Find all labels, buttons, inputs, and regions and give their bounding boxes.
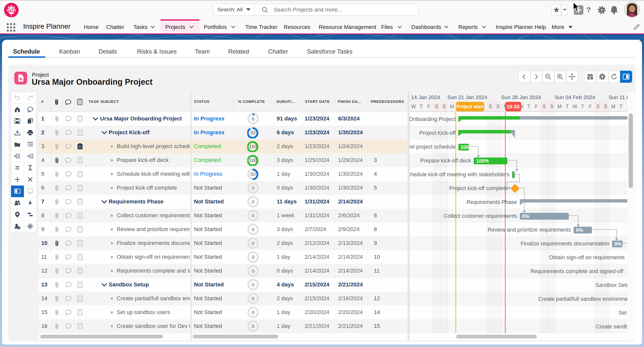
svg-text:0%: 0% <box>614 241 622 247</box>
svg-text:Requirements complete and sign: Requirements complete and signed-off <box>531 268 623 274</box>
svg-text:Sandbox Setup: Sandbox Setup <box>595 282 627 288</box>
svg-text:Obtain sign-off on requirement: Obtain sign-off on requirements <box>549 254 625 260</box>
svg-text:Schedule kick-off meeting with: Schedule kick-off meeting with stakehold… <box>410 171 509 177</box>
svg-text:0%: 0% <box>522 213 529 219</box>
svg-text:Project Kick-off: Project Kick-off <box>419 130 456 136</box>
svg-text:Prepare kick-off deck: Prepare kick-off deck <box>420 157 471 163</box>
svg-text:Finalize requirements document: Finalize requirements documentation <box>520 240 609 246</box>
svg-text:Ursa Major Onboarding Project: Ursa Major Onboarding Project <box>410 116 456 122</box>
svg-text:Requirements Phase: Requirements Phase <box>467 199 517 205</box>
svg-text:0%: 0% <box>576 227 583 233</box>
svg-text:Set up sandbox users: Set up sandbox users <box>618 310 627 316</box>
svg-text:Review and prioritize requirem: Review and prioritize requirements <box>488 227 571 233</box>
svg-text:Create sandbox user for Dev te: Create sandbox user for Dev team <box>596 323 627 329</box>
svg-text:Create partial/full sandbox en: Create partial/full sandbox environment <box>538 296 627 302</box>
svg-text:Project kick-off complete: Project kick-off complete <box>449 185 508 191</box>
svg-text:100%: 100% <box>460 144 473 150</box>
svg-text:Build high-level project sched: Build high-level project schedule <box>410 144 456 150</box>
svg-text:Collect customer requirements: Collect customer requirements <box>444 213 517 219</box>
svg-text:100%: 100% <box>476 158 489 164</box>
